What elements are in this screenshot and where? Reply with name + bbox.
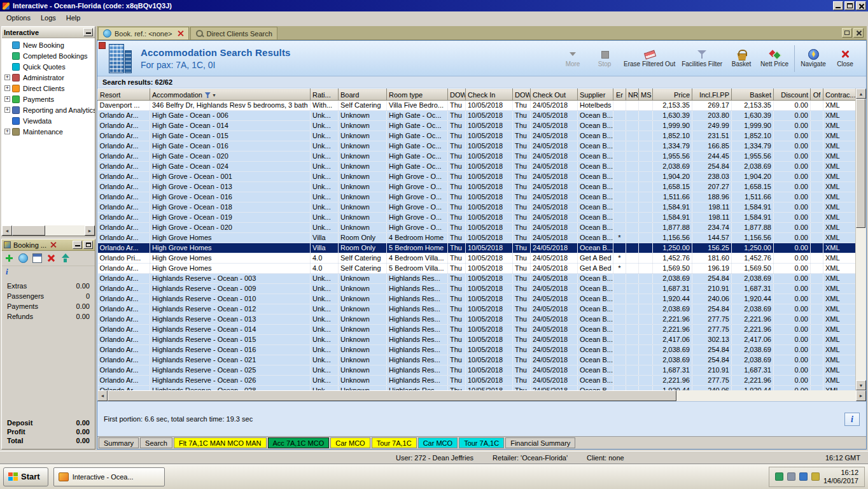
column-header-check-out[interactable]: Check Out [531, 89, 578, 101]
table-row[interactable]: Orlando Ar...Highlands Reserve - Ocean -… [98, 294, 856, 304]
expand-icon[interactable]: + [4, 74, 10, 80]
table-row[interactable]: Orlando Ar...High Gate - Ocean - 015Unk.… [98, 131, 856, 141]
sidebar-item-viewdata[interactable]: Viewdata [2, 115, 95, 126]
add-icon[interactable] [4, 253, 14, 263]
basket-button[interactable]: Basket [725, 47, 757, 69]
delete-icon[interactable] [46, 253, 56, 263]
column-header-room-type[interactable]: Room type [387, 89, 448, 101]
table-row[interactable]: Orlando Ar...Highlands Reserve - Ocean -… [98, 355, 856, 365]
sidebar-item-completed-bookings[interactable]: Completed Bookings [2, 50, 95, 61]
column-header-accommodation[interactable]: Accommodation▼ [150, 89, 311, 101]
menu-logs[interactable]: Logs [36, 13, 61, 23]
menu-help[interactable]: Help [61, 13, 86, 23]
bottom-tab-flt-7a-1c-man-mco-man[interactable]: Flt 7A,1C MAN MCO MAN [174, 437, 267, 448]
table-row[interactable]: Orlando Ar...High Gate - Ocean - 020Unk.… [98, 152, 856, 162]
bottom-tab-car-mco[interactable]: Car MCO [418, 437, 458, 448]
table-row[interactable]: Orlando Ar...High Grove - Ocean - 013Unk… [98, 182, 856, 192]
column-header-check-in[interactable]: Check In [466, 89, 513, 101]
sidebar-item-payments[interactable]: +Payments [2, 94, 95, 104]
bottom-tab-tour-7a-1c[interactable]: Tour 7A,1C [459, 437, 504, 448]
menu-options[interactable]: Options [1, 13, 36, 23]
table-row[interactable]: Orlando Ar...High Gate - Ocean - 006Unk.… [98, 111, 856, 121]
table-row[interactable]: Orlando Ar...High Gate - Ocean - 014Unk.… [98, 121, 856, 131]
table-row[interactable]: Orlando Ar...High Grove HomesVillaRoom O… [98, 233, 856, 243]
column-header-of[interactable]: Of [811, 89, 823, 101]
info-icon[interactable]: i [6, 267, 8, 276]
table-row[interactable]: Orlando Ar...Highlands Reserve - Ocean -… [98, 274, 856, 284]
bottom-tab-car-mco[interactable]: Car MCO [330, 437, 370, 448]
more-button[interactable]: More [557, 47, 589, 69]
table-row[interactable]: Orlando Ar...Highlands Reserve - Ocean -… [98, 386, 856, 391]
bottom-tab-search[interactable]: Search [140, 437, 172, 448]
erase-filtered-out-button[interactable]: Erase Filtered Out [620, 47, 678, 69]
scroll-left-icon[interactable]: ◄ [2, 225, 12, 236]
table-row[interactable]: Orlando Ar...High Grove - Ocean - 020Unk… [98, 223, 856, 233]
nett-price-button[interactable]: Nett Price [757, 47, 792, 69]
export-icon[interactable] [60, 253, 70, 263]
scroll-up-icon[interactable]: ▲ [856, 89, 866, 99]
table-row[interactable]: Orlando Ar...High Grove - Ocean - 019Unk… [98, 213, 856, 223]
scroll-down-icon[interactable]: ▼ [856, 380, 866, 390]
column-header-er[interactable]: Er [613, 89, 626, 101]
facilities-filter-button[interactable]: Facilities Filter [678, 47, 725, 69]
expand-icon[interactable]: + [4, 85, 10, 91]
table-row[interactable]: Orlando Ar...Highlands Reserve - Ocean -… [98, 365, 856, 376]
start-button[interactable]: Start [3, 467, 48, 486]
table-row[interactable]: Orlando Ar...Highlands Reserve - Ocean -… [98, 376, 856, 386]
tabstrip-restore-button[interactable] [842, 28, 852, 38]
globe-icon[interactable] [18, 253, 28, 263]
column-header-discount[interactable]: Discount [774, 89, 811, 101]
column-header-rati[interactable]: Rati... [311, 89, 339, 101]
tray-icon[interactable] [775, 472, 783, 481]
scroll-right-icon[interactable]: ► [856, 390, 866, 401]
close-button[interactable]: Close [829, 47, 861, 69]
maximize-button[interactable] [844, 1, 855, 10]
column-header-dow[interactable]: DOW [448, 89, 466, 101]
rates-icon[interactable] [32, 253, 42, 263]
table-row[interactable]: Orlando Ar...Highlands Reserve - Ocean -… [98, 335, 856, 345]
sidebar-item-direct-clients[interactable]: +Direct Clients [2, 83, 95, 94]
table-row[interactable]: Davenport ...346 Belfry Dr, Highlands Re… [98, 101, 856, 111]
sidebar-item-maintenance[interactable]: +Maintenance [2, 126, 95, 137]
close-window-button[interactable] [856, 1, 866, 10]
booking-close-icon[interactable] [50, 241, 57, 248]
column-header-price[interactable]: Price [653, 89, 692, 101]
table-row[interactable]: Orlando Ar...High Gate - Ocean - 024Unk.… [98, 162, 856, 172]
booking-restore-button[interactable] [83, 241, 93, 249]
taskbar-task-button[interactable]: Interactive - Ocea... [53, 467, 165, 486]
column-header-resort[interactable]: Resort [98, 89, 150, 101]
bottom-tab-tour-7a-1c[interactable]: Tour 7A,1C [372, 437, 417, 448]
scroll-left-icon[interactable]: ◄ [97, 390, 108, 401]
table-row[interactable]: Orlando Ar...Highlands Reserve - Ocean -… [98, 315, 856, 325]
scroll-right-icon[interactable]: ► [85, 225, 95, 236]
table-row[interactable]: Orlando Ar...Highlands Reserve - Ocean -… [98, 345, 856, 355]
tray-icon[interactable] [787, 472, 795, 481]
sidebar-item-reporting-and-analytics[interactable]: +Reporting and Analytics [2, 104, 95, 115]
scrollbar-thumb[interactable] [856, 99, 865, 228]
sidebar-item-administrator[interactable]: +Administrator [2, 72, 95, 83]
table-row[interactable]: Orlando Ar...High Grove - Ocean - 018Unk… [98, 202, 856, 213]
table-row-selected[interactable]: Orlando Ar...High Grove HomesVillaRoom O… [98, 243, 856, 253]
tray-icon[interactable] [799, 472, 808, 481]
stop-button[interactable]: Stop [589, 47, 620, 69]
filter-icon[interactable] [205, 92, 211, 98]
column-header-dow[interactable]: DOW [513, 89, 531, 101]
table-row[interactable]: Orlando Ar...High Grove - Ocean - 016Unk… [98, 192, 856, 202]
column-header-board[interactable]: Board [339, 89, 387, 101]
column-header-supplier[interactable]: Supplier [578, 89, 613, 101]
panel-collapse-button[interactable] [83, 28, 93, 36]
navigate-button[interactable]: Navigate [797, 47, 829, 69]
bottom-tab-financial-summary[interactable]: Financial Summary [505, 437, 575, 448]
column-header-ms[interactable]: MS [639, 89, 653, 101]
table-row[interactable]: Orlando Ar...High Grove Homes4.0Self Cat… [98, 264, 856, 274]
tab-book-ref-none[interactable]: Book. ref.: <none> [98, 27, 189, 39]
tray-icon[interactable] [811, 472, 820, 481]
info-button[interactable]: i [844, 413, 860, 426]
table-row[interactable]: Orlando Ar...High Grove - Ocean - 001Unk… [98, 172, 856, 182]
tab-direct-clients-search[interactable]: Direct Clients Search [190, 27, 277, 39]
table-row[interactable]: Orlando Pri...High Grove Homes4.0Self Ca… [98, 253, 856, 264]
column-header-incl-fl-pp[interactable]: Incl.Fl.PP [692, 89, 732, 101]
table-row[interactable]: Orlando Ar...Highlands Reserve - Ocean -… [98, 284, 856, 294]
table-row[interactable]: Orlando Ar...Highlands Reserve - Ocean -… [98, 304, 856, 315]
expand-icon[interactable]: + [4, 96, 10, 102]
